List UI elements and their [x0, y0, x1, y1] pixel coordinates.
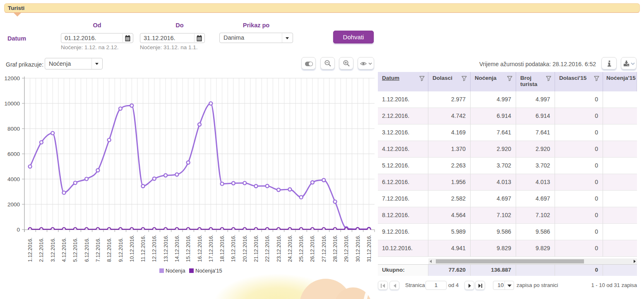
svg-text:28.12.2016.: 28.12.2016. — [332, 234, 338, 262]
svg-text:4.12.2016.: 4.12.2016. — [61, 237, 67, 262]
svg-text:8000: 8000 — [7, 126, 20, 132]
svg-text:0: 0 — [17, 227, 20, 233]
svg-text:Noćenja: Noćenja — [166, 268, 185, 274]
svg-text:24.12.2016.: 24.12.2016. — [287, 234, 293, 262]
svg-text:4000: 4000 — [7, 176, 20, 182]
svg-text:12000: 12000 — [4, 75, 20, 81]
svg-text:30.12.2016.: 30.12.2016. — [355, 234, 361, 262]
svg-text:8.12.2016.: 8.12.2016. — [106, 237, 112, 262]
svg-text:5.12.2016.: 5.12.2016. — [72, 237, 78, 262]
svg-text:31.12.2016.: 31.12.2016. — [366, 234, 372, 262]
svg-text:26.12.2016.: 26.12.2016. — [310, 234, 315, 262]
svg-text:20.12.2016.: 20.12.2016. — [242, 234, 248, 262]
svg-text:6000: 6000 — [7, 151, 20, 157]
svg-text:13.12.2016.: 13.12.2016. — [163, 234, 169, 262]
svg-text:9.12.2016.: 9.12.2016. — [118, 237, 124, 262]
svg-text:10.12.2016.: 10.12.2016. — [129, 234, 135, 262]
svg-text:21.12.2016.: 21.12.2016. — [253, 234, 259, 262]
svg-text:25.12.2016.: 25.12.2016. — [298, 234, 304, 262]
svg-text:3.12.2016.: 3.12.2016. — [50, 237, 56, 262]
svg-text:7.12.2016.: 7.12.2016. — [95, 237, 101, 262]
svg-text:2.12.2016.: 2.12.2016. — [38, 237, 44, 262]
svg-text:2000: 2000 — [7, 201, 20, 208]
svg-text:14.12.2016.: 14.12.2016. — [174, 234, 180, 262]
svg-text:15.12.2016.: 15.12.2016. — [185, 234, 191, 262]
svg-text:Noćenja'15: Noćenja'15 — [195, 268, 222, 274]
svg-text:18.12.2016.: 18.12.2016. — [219, 234, 225, 262]
svg-text:11.12.2016.: 11.12.2016. — [140, 235, 146, 262]
svg-text:16.12.2016.: 16.12.2016. — [197, 234, 203, 262]
svg-text:19.12.2016.: 19.12.2016. — [231, 234, 236, 262]
svg-text:29.12.2016.: 29.12.2016. — [344, 234, 349, 262]
svg-text:22.12.2016.: 22.12.2016. — [264, 234, 270, 262]
svg-text:6.12.2016.: 6.12.2016. — [84, 237, 90, 262]
svg-text:1.12.2016.: 1.12.2016. — [27, 237, 33, 262]
svg-text:23.12.2016.: 23.12.2016. — [276, 234, 282, 262]
svg-text:10000: 10000 — [4, 100, 20, 107]
svg-text:17.12.2016.: 17.12.2016. — [208, 234, 214, 262]
svg-text:27.12.2016.: 27.12.2016. — [321, 234, 327, 262]
svg-text:12.12.2016.: 12.12.2016. — [151, 234, 157, 262]
